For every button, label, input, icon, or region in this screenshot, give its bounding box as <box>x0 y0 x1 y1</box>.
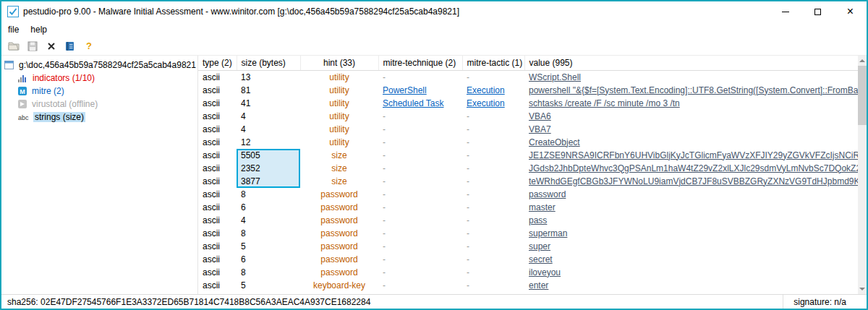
string-value-link[interactable]: master <box>529 202 556 212</box>
column-header-mitre-tactic[interactable]: mitre-tactic (1) <box>462 56 524 70</box>
size-cell: 8 <box>237 188 300 201</box>
strings-table-row[interactable]: ascii6password--master <box>198 201 858 214</box>
tree-item-mitre[interactable]: Mmitre (2) <box>15 85 197 98</box>
vertical-scrollbar[interactable] <box>858 56 867 294</box>
mitre-tactic-cell: - <box>462 201 524 214</box>
save-icon <box>27 41 38 51</box>
strings-table-row[interactable]: ascii5password--super <box>198 240 858 253</box>
sha256-text: sha256: 02E47DF27545766F1E3A3372ED65B718… <box>7 297 370 307</box>
type-cell: ascii <box>198 149 237 162</box>
scroll-down-arrow[interactable] <box>858 284 867 294</box>
hint-cell: password <box>300 240 378 253</box>
column-header-type[interactable]: type (2) <box>198 56 237 70</box>
string-value-link[interactable]: powershell "&{$f=[System.Text.Encoding]:… <box>529 85 858 95</box>
string-value-link[interactable]: secret <box>529 254 553 264</box>
string-value-link[interactable]: pass <box>529 215 547 225</box>
menu-file[interactable]: file <box>8 25 19 35</box>
hint-cell: password <box>300 201 378 214</box>
string-value-link[interactable]: superman <box>529 228 567 238</box>
maximize-button[interactable] <box>801 1 834 22</box>
maximize-icon <box>814 9 821 15</box>
tree-root-node[interactable]: g:\doc,456a45b59a7588294cf25a5cab4a9821 <box>1 59 197 72</box>
string-value-link[interactable]: VBA7 <box>529 124 551 134</box>
mitre-tactic-link[interactable]: Execution <box>467 98 505 108</box>
column-header-mitre-technique[interactable]: mitre-technique (2) <box>378 56 462 70</box>
strings-table-row[interactable]: ascii81utilityPowerShellExecutionpowersh… <box>198 84 858 97</box>
menu-help[interactable]: help <box>30 25 47 35</box>
strings-table-row[interactable]: ascii6password--secret <box>198 253 858 266</box>
column-header-hint[interactable]: hint (33) <box>300 56 378 70</box>
close-file-button[interactable] <box>44 39 58 53</box>
strings-table-row[interactable]: ascii5505size--JE1ZSE9NRSA9ICRFbnY6UHVib… <box>198 149 858 162</box>
scrollbar-thumb[interactable] <box>858 66 867 125</box>
column-header-value[interactable]: value (995) <box>524 56 858 70</box>
string-value-link[interactable]: enter <box>529 280 548 290</box>
size-cell: 3877 <box>237 175 300 188</box>
type-cell: ascii <box>198 279 237 292</box>
mitre-technique-cell: - <box>378 240 462 253</box>
value-cell: powershell "&{$f=[System.Text.Encoding]:… <box>524 84 858 97</box>
strings-table-row[interactable]: ascii3877size--teWRhdGEgfCBGb3JFYWNoLU9i… <box>198 175 858 188</box>
size-cell: 81 <box>237 84 300 97</box>
strings-table-row[interactable]: ascii4utility--VBA7 <box>198 123 858 136</box>
table-header-row: type (2) size (bytes) hint (33) mitre-te… <box>198 56 858 70</box>
string-value-link[interactable]: VBA6 <box>529 111 551 121</box>
minimize-button[interactable] <box>769 1 801 22</box>
string-value-link[interactable]: JGdsb2JhbDpteWhvc3QgPSAnLm1haW4tZ29vZ2xl… <box>529 163 858 173</box>
string-value-link[interactable]: CreateObject <box>529 137 580 147</box>
mitre-technique-link[interactable]: Scheduled Task <box>383 98 444 108</box>
string-value-link[interactable]: schtasks /create /F /sc minute /mo 3 /tn <box>529 98 680 108</box>
string-value-link[interactable]: super <box>529 241 550 251</box>
open-file-icon <box>8 41 20 51</box>
strings-icon: abc <box>18 113 30 121</box>
mitre-tactic-cell: - <box>462 188 524 201</box>
mitre-tactic-cell: - <box>462 214 524 227</box>
strings-table-row[interactable]: ascii12utility--CreateObject <box>198 136 858 149</box>
close-button[interactable]: × <box>834 1 867 22</box>
size-cell: 6 <box>237 201 300 214</box>
menubar: file help <box>1 22 867 37</box>
string-value-link[interactable]: password <box>529 189 566 199</box>
column-header-size[interactable]: size (bytes) <box>237 56 300 70</box>
strings-table: type (2) size (bytes) hint (33) mitre-te… <box>198 56 858 292</box>
string-value-link[interactable]: WScript.Shell <box>529 72 581 82</box>
value-cell: teWRhdGEgfCBGb3JFYWNoLU9iamVjdCB7JF8uSVB… <box>524 175 858 188</box>
hint-cell: utility <box>300 136 378 149</box>
size-cell: 4 <box>237 214 300 227</box>
tree-item-strings[interactable]: abcstrings (size) <box>15 111 197 124</box>
toolbar: ? <box>1 37 867 56</box>
open-file-button[interactable] <box>7 39 20 53</box>
strings-panel: type (2) size (bytes) hint (33) mitre-te… <box>198 56 867 294</box>
save-button[interactable] <box>25 39 39 53</box>
strings-table-body: ascii13utility--WScript.Shellascii81util… <box>198 70 858 292</box>
tree-item-virustotal[interactable]: virustotal (offline) <box>15 98 197 111</box>
value-cell: pass <box>524 214 858 227</box>
type-cell: ascii <box>198 97 237 110</box>
mitre-technique-cell: - <box>378 123 462 136</box>
type-cell: ascii <box>198 136 237 149</box>
strings-table-row[interactable]: ascii8password--superman <box>198 227 858 240</box>
mitre-tactic-link[interactable]: Execution <box>467 85 505 95</box>
strings-table-row[interactable]: ascii5keyboard-key--enter <box>198 279 858 292</box>
strings-table-row[interactable]: ascii4utility--VBA6 <box>198 110 858 123</box>
mitre-technique-link[interactable]: PowerShell <box>383 85 427 95</box>
help-button[interactable]: ? <box>82 39 95 53</box>
mitre-tactic-cell: - <box>462 162 524 175</box>
string-value-link[interactable]: iloveyou <box>529 267 561 277</box>
mitre-technique-cell: - <box>378 253 462 266</box>
mitre-technique-cell: - <box>378 175 462 188</box>
strings-table-row[interactable]: ascii13utility--WScript.Shell <box>198 70 858 84</box>
strings-table-row[interactable]: ascii8password--iloveyou <box>198 266 858 279</box>
string-value-link[interactable]: JE1ZSE9NRSA9ICRFbnY6UHVibGljKyJcTGlicmFy… <box>529 150 858 160</box>
value-cell: password <box>524 188 858 201</box>
report-button[interactable] <box>63 39 77 53</box>
strings-table-row[interactable]: ascii8password--password <box>198 188 858 201</box>
strings-table-row[interactable]: ascii4password--pass <box>198 214 858 227</box>
string-value-link[interactable]: teWRhdGEgfCBGb3JFYWNoLU9iamVjdCB7JF8uSVB… <box>529 176 858 186</box>
strings-table-row[interactable]: ascii41utilityScheduled TaskExecutionsch… <box>198 97 858 110</box>
tree-item-indicators[interactable]: indicators (1/10) <box>15 72 197 85</box>
strings-table-row[interactable]: ascii2352size--JGdsb2JhbDpteWhvc3QgPSAnL… <box>198 162 858 175</box>
mitre-technique-cell: Scheduled Task <box>378 97 462 110</box>
hint-cell: utility <box>300 97 378 110</box>
scroll-up-arrow[interactable] <box>858 56 867 66</box>
